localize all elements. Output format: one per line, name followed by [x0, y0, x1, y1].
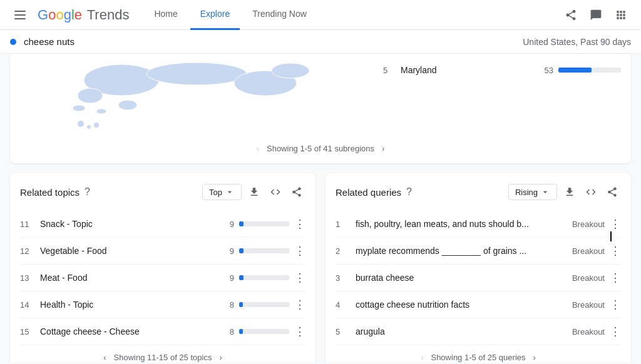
topic-more-icon[interactable]: ⋮ — [294, 244, 305, 258]
main-content: 5 Maryland 53 ‹ Showing 1-5 of 41 subreg… — [0, 54, 641, 362]
svg-point-7 — [78, 88, 103, 103]
query-status: Breakout — [567, 327, 605, 336]
query-label[interactable]: arugula — [356, 326, 562, 336]
map-area — [20, 61, 373, 136]
svg-point-4 — [146, 63, 247, 85]
query-label[interactable]: fish, poultry, lean meats, and nuts shou… — [356, 219, 562, 229]
prev-subregion-btn[interactable]: ‹ — [257, 144, 259, 153]
topic-bar — [239, 221, 244, 226]
map-section: 5 Maryland 53 ‹ Showing 1-5 of 41 subreg… — [10, 54, 631, 163]
queries-embed-icon[interactable] — [582, 183, 600, 201]
topics-embed-icon[interactable] — [267, 183, 284, 201]
topic-label[interactable]: Snack - Topic — [40, 219, 214, 229]
topics-pagination: ‹ Showing 11-15 of 25 topics › — [20, 353, 305, 362]
topic-more-icon[interactable]: ⋮ — [294, 298, 305, 311]
search-dot-indicator — [10, 39, 16, 45]
queries-share-icon[interactable] — [603, 183, 621, 201]
topics-dropdown-label: Top — [209, 188, 222, 197]
subregion-value: 53 — [535, 66, 553, 75]
query-more-icon[interactable]: ⋮ — [610, 217, 621, 231]
topic-bar-container — [239, 275, 289, 280]
svg-point-12 — [87, 125, 91, 129]
queries-help-icon[interactable]: ? — [406, 186, 412, 198]
topic-value: 8 — [219, 327, 234, 336]
top-nav: Google Trends Home Explore Trending Now — [0, 0, 641, 30]
related-topics-card: Related topics ? Top — [10, 173, 315, 362]
topic-num: 15 — [20, 327, 35, 336]
map-svg — [20, 61, 373, 136]
query-label[interactable]: burrata cheese — [356, 273, 562, 283]
queries-controls: Rising — [508, 183, 621, 201]
queries-download-icon[interactable] — [561, 183, 578, 201]
apps-icon[interactable] — [611, 5, 631, 25]
query-row: 4 cottage cheese nutrition facts Breakou… — [336, 291, 621, 318]
topic-value: 9 — [219, 246, 234, 256]
cards-row: Related topics ? Top — [10, 173, 631, 362]
topic-bar-container — [239, 248, 289, 253]
query-num: 1 — [336, 220, 351, 229]
search-term-label: cheese nuts — [24, 36, 515, 47]
query-num: 5 — [336, 327, 351, 336]
share-icon[interactable] — [561, 5, 581, 25]
svg-point-11 — [78, 121, 84, 127]
nav-icon-group — [561, 5, 631, 25]
feedback-icon[interactable] — [586, 5, 606, 25]
nav-trending-now[interactable]: Trending Now — [242, 0, 317, 30]
topic-label[interactable]: Meat - Food — [40, 273, 214, 283]
topics-card-header: Related topics ? Top — [20, 183, 305, 201]
map-top-area: 5 Maryland 53 — [20, 61, 621, 136]
topic-more-icon[interactable]: ⋮ — [294, 271, 305, 285]
chevron-down-icon — [540, 187, 550, 197]
query-more-icon[interactable]: ⋮ — [610, 244, 621, 258]
topic-row: 15 Cottage cheese - Cheese 8 ⋮ — [20, 318, 305, 345]
topic-num: 14 — [20, 300, 35, 310]
queries-card-title: Related queries — [336, 187, 401, 198]
topic-bar — [239, 329, 243, 334]
next-queries-btn[interactable]: › — [533, 353, 536, 362]
topic-row: 12 Vegetable - Food 9 ⋮ — [20, 238, 305, 265]
query-num: 3 — [336, 273, 351, 283]
subregion-bar-container — [558, 68, 621, 73]
query-more-icon[interactable]: ⋮ — [610, 325, 621, 338]
topics-share-icon[interactable] — [288, 183, 305, 201]
svg-point-13 — [94, 123, 99, 128]
topic-label[interactable]: Vegetable - Food — [40, 246, 214, 256]
svg-point-6 — [272, 63, 309, 78]
topic-value: 8 — [219, 300, 234, 310]
hamburger-menu-icon[interactable] — [10, 5, 30, 25]
topic-bar-container — [239, 221, 289, 226]
query-row: 2 myplate recommends ________ of grains … — [336, 238, 621, 265]
queries-showing-text: Showing 1-5 of 25 queries — [431, 353, 525, 362]
topic-value: 9 — [219, 273, 234, 283]
nav-explore[interactable]: Explore — [190, 0, 240, 30]
query-label[interactable]: myplate recommends ________ of grains ..… — [356, 246, 562, 256]
topics-card-title: Related topics — [20, 187, 79, 198]
query-row: 1 fish, poultry, lean meats, and nuts sh… — [336, 211, 621, 238]
subregion-list: 5 Maryland 53 — [383, 61, 621, 136]
prev-topics-btn[interactable]: ‹ — [103, 353, 106, 362]
prev-queries-btn[interactable]: ‹ — [421, 353, 423, 362]
svg-rect-1 — [14, 14, 26, 16]
queries-dropdown[interactable]: Rising — [508, 184, 557, 200]
nav-home[interactable]: Home — [144, 0, 187, 30]
subregion-pagination: ‹ Showing 1-5 of 41 subregions › — [20, 144, 621, 153]
topic-more-icon[interactable]: ⋮ — [294, 217, 305, 231]
query-more-icon[interactable]: ⋮ — [610, 271, 621, 285]
topic-label[interactable]: Health - Topic — [40, 300, 214, 310]
subregion-item: 5 Maryland 53 — [383, 61, 621, 79]
topic-label[interactable]: Cottage cheese - Cheese — [40, 326, 214, 336]
subregion-name: Maryland — [401, 65, 530, 75]
next-subregion-btn[interactable]: › — [382, 144, 384, 153]
topics-dropdown[interactable]: Top — [202, 184, 242, 200]
main-nav: Home Explore Trending Now — [144, 0, 556, 30]
queries-dropdown-label: Rising — [515, 188, 538, 197]
query-more-icon[interactable]: ⋮ — [610, 298, 621, 311]
topic-value: 9 — [219, 220, 234, 229]
topics-help-icon[interactable]: ? — [85, 186, 90, 198]
next-topics-btn[interactable]: › — [219, 353, 222, 362]
query-label[interactable]: cottage cheese nutrition facts — [356, 300, 562, 310]
topic-num: 13 — [20, 273, 35, 283]
query-num: 4 — [336, 300, 351, 310]
topic-more-icon[interactable]: ⋮ — [294, 325, 305, 338]
topics-download-icon[interactable] — [245, 183, 263, 201]
